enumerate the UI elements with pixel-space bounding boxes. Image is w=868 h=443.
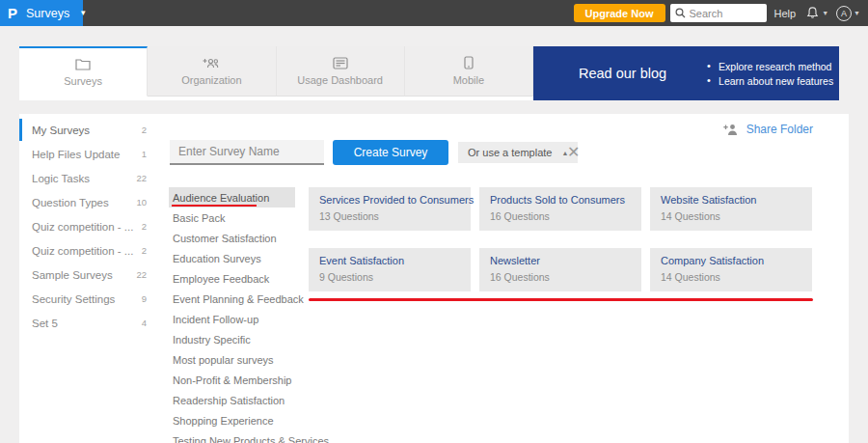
sidebar-item-count: 4 [142, 318, 147, 328]
red-annotation-underline [172, 205, 257, 207]
template-title: Products Sold to Consumers [490, 194, 641, 206]
sidebar-item-count: 22 [136, 173, 147, 183]
category-most-popular-surveys[interactable]: Most popular surveys [169, 349, 295, 370]
sidebar-item-count: 2 [142, 221, 147, 232]
template-question-count: 16 Questions [490, 210, 641, 222]
sidebar-item-label: Quiz competition - ... [32, 221, 136, 233]
sidebar-item-help-files-update[interactable]: Help Files Update 1 [19, 142, 156, 166]
category-audience-evaluation[interactable]: Audience Evaluation [169, 187, 295, 208]
category-industry-specific[interactable]: Industry Specific [169, 329, 295, 349]
template-title: Event Satisfaction [319, 255, 471, 266]
app-switcher[interactable]: P Surveys ▼ [0, 0, 83, 26]
sidebar-item-label: Security Settings [32, 293, 136, 305]
topbar: P Surveys ▼ Upgrade Now Help ▼ A ▼ [0, 0, 868, 26]
template-card-event-satisfaction[interactable]: Event Satisfaction 9 Questions [309, 248, 471, 291]
category-non-profit-membership[interactable]: Non-Profit & Membership [169, 370, 295, 390]
sidebar-item-quiz-competition-2[interactable]: Quiz competition - ... 2 [19, 238, 156, 263]
category-shopping-experience[interactable]: Shopping Experience [169, 410, 295, 430]
share-folder-button[interactable]: Share Folder [723, 123, 813, 136]
sidebar-item-count: 22 [136, 269, 147, 280]
category-readership-satisfaction[interactable]: Readership Satisfaction [169, 390, 295, 410]
person-add-icon [723, 124, 739, 136]
category-label: Event Planning & Feedback [173, 293, 304, 305]
category-education-surveys[interactable]: Education Surveys [169, 248, 295, 268]
category-label: Testing New Products & Services [173, 435, 329, 443]
upgrade-now-button[interactable]: Upgrade Now [574, 4, 665, 22]
sidebar-item-quiz-competition-1[interactable]: Quiz competition - ... 2 [19, 214, 156, 238]
survey-name-input[interactable] [170, 140, 324, 165]
use-template-dropdown[interactable]: Or use a template ▲ [458, 142, 578, 163]
tab-mobile[interactable]: Mobile [405, 46, 533, 97]
template-card-products-sold[interactable]: Products Sold to Consumers 16 Questions [479, 187, 641, 231]
close-icon[interactable]: ✕ [567, 142, 580, 163]
template-title: Newsletter [490, 255, 641, 266]
app-menu-label: Surveys [26, 7, 69, 20]
template-card-website-satisfaction[interactable]: Website Satisfaction 14 Questions [650, 187, 812, 231]
content-panel: My Surveys 2 Help Files Update 1 Logic T… [19, 114, 849, 443]
template-title: Company Satisfaction [661, 255, 812, 266]
template-card-services-provided[interactable]: Services Provided to Consumers 13 Questi… [309, 187, 471, 231]
category-testing-new-products-services[interactable]: Testing New Products & Services [169, 430, 295, 443]
category-label: Incident Follow-up [173, 314, 258, 325]
category-incident-follow-up[interactable]: Incident Follow-up [169, 309, 295, 329]
template-question-count: 14 Questions [661, 210, 812, 222]
tab-label: Organization [181, 74, 241, 86]
tab-label: Usage Dashboard [297, 74, 383, 86]
proprofs-logo: P [8, 6, 17, 20]
red-annotation-line [309, 298, 813, 301]
main-tabs: Surveys Organization Usage Dashboard Mob… [19, 46, 533, 100]
sidebar-item-label: Help Files Update [32, 149, 136, 160]
template-card-grid: Services Provided to Consumers 13 Questi… [309, 187, 835, 291]
account-menu[interactable]: A ▼ [836, 6, 860, 21]
blog-bullet-list: Explore research method Learn about new … [707, 58, 833, 90]
sidebar-item-set-5[interactable]: Set 5 4 [19, 311, 156, 335]
template-card-newsletter[interactable]: Newsletter 16 Questions [479, 248, 641, 291]
template-card-company-satisfaction[interactable]: Company Satisfaction 14 Questions [650, 248, 812, 291]
sidebar-item-question-types[interactable]: Question Types 10 [19, 190, 156, 214]
category-employee-feedback[interactable]: Employee Feedback [169, 268, 295, 289]
sidebar-item-count: 9 [142, 293, 147, 304]
tab-label: Surveys [64, 75, 102, 87]
category-customer-satisfaction[interactable]: Customer Satisfaction [169, 228, 295, 248]
share-folder-label: Share Folder [746, 123, 813, 136]
category-basic-pack[interactable]: Basic Pack [169, 208, 295, 228]
sidebar-item-label: Quiz competition - ... [32, 245, 136, 257]
template-question-count: 9 Questions [319, 271, 471, 283]
sidebar-item-label: Question Types [32, 197, 130, 208]
sidebar-item-logic-tasks[interactable]: Logic Tasks 22 [19, 166, 156, 190]
tab-label: Mobile [453, 74, 484, 86]
tab-usage-dashboard[interactable]: Usage Dashboard [277, 46, 405, 97]
search-input[interactable] [690, 8, 762, 19]
category-label: Education Surveys [173, 253, 261, 264]
avatar: A [836, 6, 852, 21]
category-label: Non-Profit & Membership [173, 374, 292, 386]
chevron-down-icon: ▼ [854, 10, 860, 16]
blog-banner-title: Read our blog [579, 66, 666, 81]
category-event-planning-feedback[interactable]: Event Planning & Feedback [169, 289, 295, 309]
category-label: Industry Specific [173, 334, 251, 346]
template-question-count: 13 Questions [319, 210, 471, 222]
template-question-count: 16 Questions [490, 271, 641, 283]
sidebar-item-security-settings[interactable]: Security Settings 9 [19, 287, 156, 311]
chevron-down-icon: ▼ [822, 10, 828, 16]
mobile-icon [464, 56, 474, 69]
blog-bullet: Explore research method [707, 61, 833, 72]
dashboard-icon [333, 57, 348, 69]
category-label: Most popular surveys [173, 354, 274, 366]
sidebar-item-count: 2 [142, 125, 147, 135]
tab-surveys[interactable]: Surveys [19, 46, 148, 97]
template-category-list: Audience Evaluation Basic Pack Customer … [169, 187, 295, 443]
read-blog-banner[interactable]: Read our blog Explore research method Le… [533, 46, 839, 100]
create-survey-button[interactable]: Create Survey [333, 140, 448, 165]
sidebar-item-label: My Surveys [32, 125, 136, 136]
category-label: Employee Feedback [173, 273, 269, 285]
notifications-menu[interactable]: ▼ [805, 6, 828, 20]
sidebar-item-label: Sample Surveys [32, 269, 130, 281]
sidebar-item-sample-surveys[interactable]: Sample Surveys 22 [19, 263, 156, 287]
sidebar-item-my-surveys[interactable]: My Surveys 2 [19, 118, 156, 142]
people-add-icon [203, 57, 220, 69]
topbar-search[interactable] [670, 4, 767, 22]
help-link[interactable]: Help [774, 8, 797, 19]
category-label: Audience Evaluation [173, 192, 269, 204]
tab-organization[interactable]: Organization [148, 46, 276, 97]
